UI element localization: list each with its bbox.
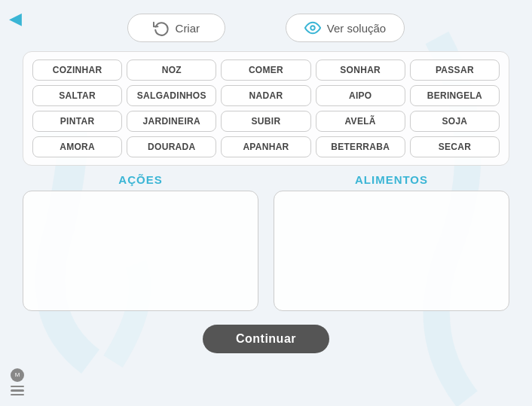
solution-label: Ver solução	[327, 22, 386, 35]
acoes-label: AÇÕES	[118, 173, 162, 186]
svg-point-0	[310, 26, 315, 30]
words-container: COZINHARNOZCOMERSONHARPASSARSALTARSALGAD…	[23, 51, 509, 166]
refresh-icon	[153, 20, 170, 36]
acoes-column: AÇÕES	[23, 173, 258, 311]
word-chip[interactable]: SALTAR	[32, 85, 122, 106]
word-chip[interactable]: DOURADA	[127, 136, 216, 157]
word-chip[interactable]: BERINGELA	[410, 85, 500, 106]
alimentos-label: ALIMENTOS	[355, 173, 428, 186]
word-chip[interactable]: NADAR	[221, 85, 310, 106]
word-chip[interactable]: COMER	[221, 60, 310, 81]
create-label: Criar	[176, 22, 200, 35]
word-chip[interactable]: SONHAR	[316, 60, 405, 81]
word-chip[interactable]: SOJA	[410, 111, 500, 132]
word-chip[interactable]: PINTAR	[32, 111, 122, 132]
back-arrow-icon: ◀	[9, 9, 22, 28]
word-chip[interactable]: NOZ	[127, 60, 216, 81]
word-chip[interactable]: AMORA	[32, 136, 122, 157]
word-chip[interactable]: SECAR	[410, 136, 500, 157]
word-chip[interactable]: COZINHAR	[32, 60, 122, 81]
eye-icon	[304, 20, 321, 36]
toolbar: Criar Ver solução	[15, 8, 517, 51]
continue-row: Continuar	[15, 317, 517, 359]
acoes-drop-zone[interactable]	[23, 191, 258, 311]
word-chip[interactable]: AIPO	[316, 85, 405, 106]
word-chip[interactable]: JARDINEIRA	[127, 111, 216, 132]
word-chip[interactable]: BETERRABA	[316, 136, 405, 157]
alimentos-drop-zone[interactable]	[274, 191, 509, 311]
word-chip[interactable]: AVELÃ	[316, 111, 405, 132]
word-chip[interactable]: PASSAR	[410, 60, 500, 81]
word-chip[interactable]: SALGADINHOS	[127, 85, 216, 106]
word-chip[interactable]: SUBIR	[221, 111, 310, 132]
word-chip[interactable]: APANHAR	[221, 136, 310, 157]
words-grid: COZINHARNOZCOMERSONHARPASSARSALTARSALGAD…	[32, 60, 500, 157]
solution-button[interactable]: Ver solução	[286, 14, 405, 42]
continue-button[interactable]: Continuar	[203, 325, 329, 353]
alimentos-column: ALIMENTOS	[274, 173, 509, 311]
categories-section: AÇÕES ALIMENTOS	[23, 173, 509, 311]
create-button[interactable]: Criar	[127, 14, 225, 42]
back-button[interactable]: ◀	[9, 9, 22, 29]
